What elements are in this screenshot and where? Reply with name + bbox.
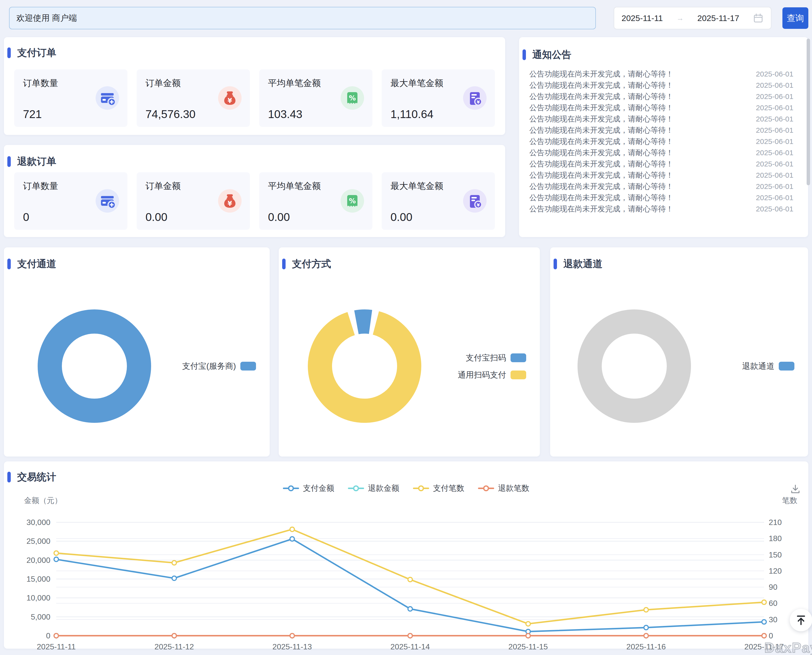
legend-item[interactable]: 退款通道 xyxy=(742,359,794,373)
title-accent-bar xyxy=(282,258,286,269)
donut-legend: 支付宝扫码 通用扫码支付 xyxy=(458,351,526,382)
notice-list-item[interactable]: 公告功能现在尚未开发完成，请耐心等待！ 2025-06-01 xyxy=(529,102,799,114)
notice-date: 2025-06-01 xyxy=(756,137,799,146)
date-end-value[interactable]: 2025-11-17 xyxy=(697,14,739,23)
svg-text:¥: ¥ xyxy=(477,202,480,208)
date-start-value[interactable]: 2025-11-11 xyxy=(621,14,663,23)
donut-slice xyxy=(50,321,139,411)
stat-value: 0 xyxy=(23,211,29,224)
query-button[interactable]: 查询 xyxy=(783,7,808,29)
notice-list-item[interactable]: 公告功能现在尚未开发完成，请耐心等待！ 2025-06-01 xyxy=(529,80,799,91)
data-point[interactable] xyxy=(762,600,766,604)
back-to-top-button[interactable] xyxy=(790,609,812,631)
notice-list-item[interactable]: 公告功能现在尚未开发完成，请耐心等待！ 2025-06-01 xyxy=(529,136,799,147)
x-axis-tick: 2025-11-15 xyxy=(508,642,548,651)
notice-list-item[interactable]: 公告功能现在尚未开发完成，请耐心等待！ 2025-06-01 xyxy=(529,114,799,125)
notice-list-item[interactable]: 公告功能现在尚未开发完成，请耐心等待！ 2025-06-01 xyxy=(529,158,799,170)
notice-text: 公告功能现在尚未开发完成，请耐心等待！ xyxy=(529,192,673,203)
notice-text: 公告功能现在尚未开发完成，请耐心等待！ xyxy=(529,69,673,79)
notice-text: 公告功能现在尚未开发完成，请耐心等待！ xyxy=(529,80,673,91)
notice-list-item[interactable]: 公告功能现在尚未开发完成，请耐心等待！ 2025-06-01 xyxy=(529,203,799,215)
notice-text: 公告功能现在尚未开发完成，请耐心等待！ xyxy=(529,181,673,192)
legend-swatch xyxy=(510,371,526,379)
data-point[interactable] xyxy=(526,633,530,638)
legend-item[interactable]: 支付宝扫码 xyxy=(458,351,526,364)
page-scrollbar-thumb[interactable] xyxy=(807,38,810,185)
notices-title: 通知公告 xyxy=(524,48,572,62)
data-point[interactable] xyxy=(172,633,177,638)
data-point[interactable] xyxy=(172,561,177,565)
notice-text: 公告功能现在尚未开发完成，请耐心等待！ xyxy=(529,114,673,124)
left-axis-tick: 20,000 xyxy=(26,556,50,564)
left-axis-title: 金额（元） xyxy=(24,496,62,505)
right-axis-tick: 0 xyxy=(769,631,773,640)
data-point[interactable] xyxy=(290,633,294,638)
stat-label: 最大单笔金额 xyxy=(390,180,443,192)
data-point[interactable] xyxy=(408,633,413,638)
back-to-top-icon xyxy=(795,614,807,626)
stat-value: 74,576.30 xyxy=(145,108,196,121)
card-plus-icon xyxy=(96,86,119,110)
data-point[interactable] xyxy=(762,633,766,638)
stat-icon-circle: ¥ xyxy=(218,86,242,110)
data-point[interactable] xyxy=(54,633,59,638)
notice-date: 2025-06-01 xyxy=(756,171,799,179)
data-point[interactable] xyxy=(526,621,530,626)
stat-value: 721 xyxy=(23,108,42,121)
legend-item[interactable]: 退款笔数 xyxy=(478,483,529,494)
legend-label: 退款通道 xyxy=(742,361,774,372)
title-accent-bar xyxy=(7,258,11,269)
legend-label: 退款金额 xyxy=(368,483,399,494)
invoice-yen-icon: ¥ xyxy=(463,189,487,213)
stat-icon-circle xyxy=(96,86,119,110)
data-point[interactable] xyxy=(54,557,59,562)
left-axis-tick: 5,000 xyxy=(31,612,50,621)
legend-item[interactable]: 退款金额 xyxy=(348,483,399,494)
data-point[interactable] xyxy=(408,607,413,611)
daxpay-watermark: DaxPay xyxy=(764,640,812,655)
legend-item[interactable]: 支付笔数 xyxy=(413,483,464,494)
svg-text:%: % xyxy=(349,197,356,205)
notice-list-item[interactable]: 公告功能现在尚未开发完成，请耐心等待！ 2025-06-01 xyxy=(529,181,799,192)
stat-card: 订单金额 74,576.30 ¥ xyxy=(137,69,250,127)
notice-text: 公告功能现在尚未开发完成，请耐心等待！ xyxy=(529,204,673,214)
notice-text: 公告功能现在尚未开发完成，请耐心等待！ xyxy=(529,148,673,158)
data-point[interactable] xyxy=(290,527,294,532)
legend-item[interactable]: 通用扫码支付 xyxy=(458,368,526,382)
calendar-icon[interactable] xyxy=(753,13,764,23)
data-point[interactable] xyxy=(172,576,177,580)
x-axis-tick: 2025-11-16 xyxy=(626,642,666,651)
refund-channel-donut-chart xyxy=(573,305,695,427)
data-point[interactable] xyxy=(644,633,649,638)
data-point[interactable] xyxy=(644,607,649,612)
data-point[interactable] xyxy=(762,620,766,624)
left-axis-tick: 10,000 xyxy=(26,593,50,602)
refund-channel-title: 退款通道 xyxy=(555,257,602,271)
notice-list-item[interactable]: 公告功能现在尚未开发完成，请耐心等待！ 2025-06-01 xyxy=(529,91,799,102)
notice-text: 公告功能现在尚未开发完成，请耐心等待！ xyxy=(529,103,673,113)
card-plus-icon xyxy=(96,189,119,213)
data-point[interactable] xyxy=(408,577,413,582)
date-range-picker[interactable]: 2025-11-11 → 2025-11-17 xyxy=(614,7,771,29)
data-point[interactable] xyxy=(54,551,59,555)
notice-list-item[interactable]: 公告功能现在尚未开发完成，请耐心等待！ 2025-06-01 xyxy=(529,170,799,181)
notice-list-item[interactable]: 公告功能现在尚未开发完成，请耐心等待！ 2025-06-01 xyxy=(529,68,799,80)
transaction-stats-title: 交易统计 xyxy=(9,470,56,484)
notice-text: 公告功能现在尚未开发完成，请耐心等待！ xyxy=(529,159,673,169)
stat-icon-circle: ¥ xyxy=(463,189,487,213)
data-point[interactable] xyxy=(290,537,294,541)
notice-list-item[interactable]: 公告功能现在尚未开发完成，请耐心等待！ 2025-06-01 xyxy=(529,125,799,136)
notice-text: 公告功能现在尚未开发完成，请耐心等待！ xyxy=(529,125,673,135)
legend-item[interactable]: 支付金额 xyxy=(283,483,334,494)
section-title-text: 退款通道 xyxy=(563,257,602,271)
transaction-stats-card: 交易统计 支付金额 退款金额 支付笔数 退款笔数 金额（元）笔数05,00010… xyxy=(4,461,808,649)
payment-method-card: 支付方式 支付宝扫码 通用扫码支付 xyxy=(279,248,540,457)
legend-item[interactable]: 支付宝(服务商) xyxy=(182,359,256,373)
notice-list-item[interactable]: 公告功能现在尚未开发完成，请耐心等待！ 2025-06-01 xyxy=(529,147,799,158)
right-axis-tick: 30 xyxy=(769,615,778,624)
notice-list-item[interactable]: 公告功能现在尚未开发完成，请耐心等待！ 2025-06-01 xyxy=(529,192,799,203)
stat-card: 平均单笔金额 103.43 % xyxy=(259,69,372,127)
data-point[interactable] xyxy=(644,626,649,630)
stat-label: 平均单笔金额 xyxy=(268,180,321,192)
notices-card: 通知公告 公告功能现在尚未开发完成，请耐心等待！ 2025-06-01 公告功能… xyxy=(519,37,808,237)
